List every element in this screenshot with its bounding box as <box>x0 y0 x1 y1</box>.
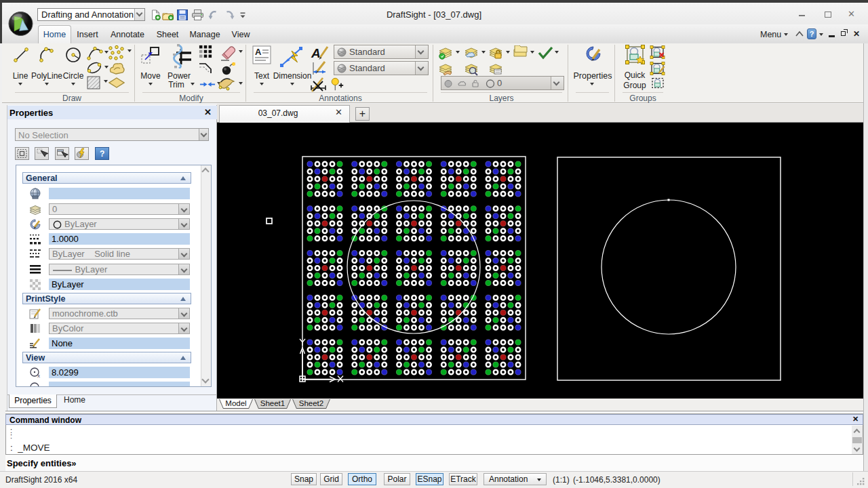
svg-text:A: A <box>311 46 321 60</box>
svg-text:?: ? <box>100 149 104 159</box>
svg-text:x: x <box>37 373 40 379</box>
svg-text:A: A <box>255 47 262 57</box>
